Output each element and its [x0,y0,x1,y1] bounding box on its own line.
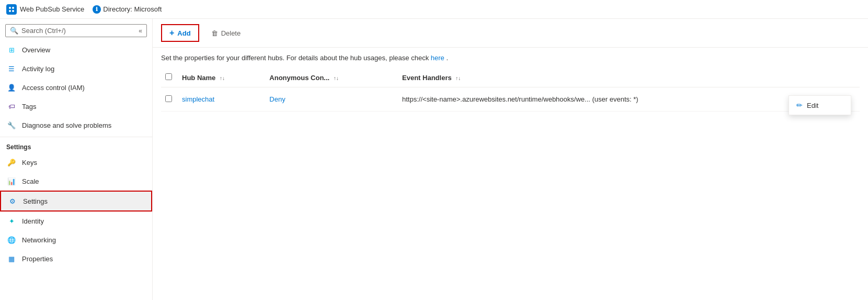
sidebar-label-scale: Scale [22,177,39,185]
select-all-checkbox[interactable] [165,73,172,80]
main-content: + Add 🗑 Delete Set the properties for yo… [153,19,868,300]
sidebar-item-activity-log[interactable]: ☰ Activity log [0,59,152,78]
anon-connect-cell: Deny [265,87,398,112]
description-content: Set the properties for your different hu… [161,54,431,62]
service-icon [6,4,17,15]
search-icon: 🔍 [10,27,18,35]
file-text-icon: ☰ [6,63,17,74]
svg-point-1 [12,7,14,9]
pencil-icon: ✏ [796,101,803,109]
sidebar-item-identity[interactable]: ✦ Identity [0,212,152,230]
bars-icon: ▦ [6,253,17,264]
info-icon: ℹ [93,5,101,14]
sidebar-item-overview[interactable]: ⊞ Overview [0,40,152,59]
edit-menu-item[interactable]: ✏ Edit [789,96,851,115]
table-header-row: Hub Name ↑↓ Anonymous Con... ↑↓ Event Ha… [161,68,860,87]
search-placeholder: Search (Ctrl+/) [21,27,66,35]
sidebar-item-access-control[interactable]: 👤 Access control (IAM) [0,78,152,97]
hub-table: Hub Name ↑↓ Anonymous Con... ↑↓ Event Ha… [161,68,860,112]
sidebar-item-keys[interactable]: 🔑 Keys [0,153,152,172]
period: . [446,54,448,62]
hub-name-sort-icon: ↑↓ [220,75,225,81]
person-shield-icon: 👤 [6,82,17,93]
sidebar-item-diagnose[interactable]: 🔧 Diagnose and solve problems [0,116,152,135]
svg-point-3 [12,10,14,12]
delete-button[interactable]: 🗑 Delete [203,26,249,41]
network-icon: 🌐 [6,235,17,245]
sidebar-label-identity: Identity [22,217,44,225]
sidebar-item-networking[interactable]: 🌐 Networking [0,230,152,249]
toolbar: + Add 🗑 Delete [153,19,868,48]
event-sort-icon: ↑↓ [455,75,461,81]
sidebar-item-tags[interactable]: 🏷 Tags [0,97,152,116]
svg-point-0 [9,7,11,9]
hub-name-cell: simplechat [178,87,265,112]
sidebar-label-access-control: Access control (IAM) [22,84,85,92]
event-handlers-cell: https://<site-name>.azurewebsites.net/ru… [398,87,816,112]
row-checkbox[interactable] [165,95,172,102]
add-button[interactable]: + Add [161,24,199,42]
settings-section-label: Settings [0,137,152,153]
select-all-column [161,68,178,87]
key-icon: 🔑 [6,157,17,168]
description-text: Set the properties for your different hu… [153,48,868,68]
sidebar: 🔍 Search (Ctrl+/) « ⊞ Overview ☰ Activit… [0,19,153,300]
sidebar-item-scale[interactable]: 📊 Scale [0,172,152,191]
search-box[interactable]: 🔍 Search (Ctrl+/) « [5,24,147,37]
service-name-section: Web PubSub Service [6,4,84,15]
row-checkbox-cell [161,87,178,112]
col-anon-connect[interactable]: Anonymous Con... ↑↓ [265,68,398,87]
here-link[interactable]: here [431,54,444,62]
sidebar-item-properties[interactable]: ▦ Properties [0,249,152,268]
hub-table-container: Hub Name ↑↓ Anonymous Con... ↑↓ Event Ha… [153,68,868,112]
gear-icon: ⚙ [7,196,18,206]
top-bar: Web PubSub Service ℹ Directory: Microsof… [0,0,868,19]
delete-label: Delete [221,29,241,37]
col-hub-name[interactable]: Hub Name ↑↓ [178,68,265,87]
main-layout: 🔍 Search (Ctrl+/) « ⊞ Overview ☰ Activit… [0,19,868,300]
sidebar-label-activity-log: Activity log [22,65,54,73]
sidebar-label-keys: Keys [22,159,37,166]
grid-icon: ⊞ [6,45,17,55]
delete-icon: 🗑 [211,29,218,37]
col-actions [816,68,860,87]
tag-icon: 🏷 [6,101,17,112]
sidebar-label-overview: Overview [22,46,50,54]
sidebar-label-settings: Settings [23,197,48,205]
wrench-icon: 🔧 [6,120,17,130]
directory-label: Directory: Microsoft [103,5,162,13]
identity-icon: ✦ [6,216,17,226]
sidebar-item-settings[interactable]: ⚙ Settings [0,191,152,212]
svg-point-2 [9,10,11,12]
hub-name-link[interactable]: simplechat [182,95,214,103]
add-label: Add [177,29,190,37]
sidebar-label-properties: Properties [22,255,53,263]
table-row: simplechat Deny https://<site-name>.azur… [161,87,860,112]
plus-icon: + [169,28,174,38]
sidebar-label-diagnose: Diagnose and solve problems [22,121,111,129]
sidebar-label-networking: Networking [22,236,56,244]
col-event-handlers[interactable]: Event Handlers ↑↓ [398,68,816,87]
scale-icon: 📊 [6,176,17,186]
anon-connect-link[interactable]: Deny [269,95,285,103]
collapse-button[interactable]: « [139,27,142,35]
edit-label: Edit [807,102,818,109]
directory-section: ℹ Directory: Microsoft [93,5,162,14]
sidebar-label-tags: Tags [22,103,36,110]
context-menu: ✏ Edit [789,95,851,115]
anon-sort-icon: ↑↓ [334,75,339,81]
service-label: Web PubSub Service [20,5,84,13]
